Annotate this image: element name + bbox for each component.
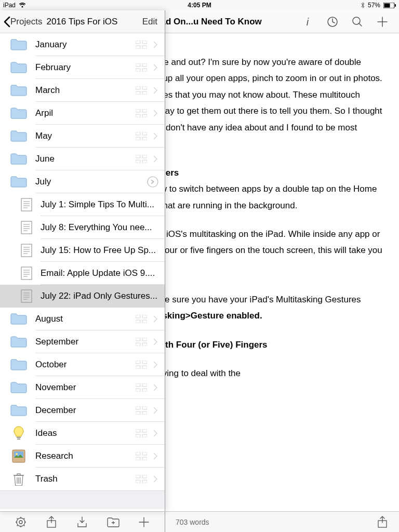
svg-rect-65 — [136, 452, 140, 455]
folder-row[interactable]: June — [0, 148, 165, 170]
chevron-right-icon — [153, 41, 158, 48]
svg-rect-34 — [21, 267, 32, 280]
svg-rect-45 — [142, 361, 147, 364]
back-label[interactable]: Projects — [10, 17, 42, 27]
research-row[interactable]: Research — [0, 445, 165, 468]
folder-row[interactable]: August — [0, 308, 165, 330]
grid-icon — [136, 452, 147, 460]
folder-icon — [10, 153, 27, 165]
svg-rect-72 — [142, 480, 147, 483]
add-icon[interactable] — [376, 16, 389, 28]
document-row[interactable]: July 22: iPad Only Gestures... — [0, 285, 165, 308]
document-icon — [21, 289, 32, 303]
history-icon[interactable] — [326, 16, 339, 28]
svg-rect-23 — [142, 132, 147, 135]
svg-rect-44 — [136, 361, 140, 364]
folder-row[interactable]: January — [0, 33, 165, 56]
new-document-icon[interactable] — [138, 516, 150, 528]
document-row[interactable]: July 1: Simple Tips To Multi... — [0, 193, 165, 216]
chevron-right-icon — [153, 110, 158, 117]
folder-row[interactable]: May — [0, 125, 165, 148]
lightbulb-icon — [10, 426, 27, 441]
grid-icon — [136, 383, 147, 392]
chevron-right-icon — [153, 132, 158, 140]
svg-rect-14 — [136, 86, 140, 89]
svg-rect-47 — [142, 366, 147, 369]
svg-rect-11 — [142, 63, 147, 66]
svg-rect-9 — [142, 46, 147, 49]
svg-rect-51 — [142, 389, 147, 392]
svg-rect-69 — [136, 475, 140, 478]
folder-row-july[interactable]: July — [0, 170, 165, 193]
grid-icon — [136, 155, 147, 163]
search-icon[interactable] — [351, 16, 364, 28]
folder-icon — [10, 381, 27, 394]
settings-icon[interactable] — [15, 516, 27, 528]
folder-row[interactable]: December — [0, 399, 165, 422]
svg-rect-58 — [136, 429, 140, 432]
svg-rect-37 — [142, 315, 147, 318]
svg-rect-31 — [21, 198, 32, 211]
edit-button[interactable]: Edit — [142, 17, 161, 27]
trash-row[interactable]: Trash — [0, 468, 165, 490]
folder-row[interactable]: September — [0, 330, 165, 353]
folder-row[interactable]: Arpil — [0, 102, 165, 125]
svg-rect-49 — [142, 383, 147, 387]
svg-rect-10 — [136, 63, 140, 66]
new-folder-icon[interactable] — [107, 516, 119, 528]
research-label: Research — [35, 451, 136, 461]
svg-rect-41 — [142, 338, 147, 341]
document-icon — [21, 198, 32, 211]
grid-icon — [136, 315, 147, 323]
svg-rect-38 — [136, 320, 140, 323]
folder-icon — [10, 313, 27, 325]
document-row[interactable]: July 15: How to Free Up Sp... — [0, 239, 165, 262]
folder-row[interactable]: March — [0, 79, 165, 102]
folder-label: Arpil — [35, 108, 136, 118]
svg-rect-36 — [136, 315, 140, 318]
document-icon — [21, 244, 32, 257]
import-icon[interactable] — [76, 516, 88, 528]
chevron-right-icon — [153, 155, 158, 163]
svg-rect-55 — [142, 411, 147, 415]
sidebar-list[interactable]: January February March Arpil May — [0, 33, 165, 511]
research-icon — [10, 449, 27, 463]
svg-rect-54 — [136, 411, 140, 415]
export-icon[interactable] — [376, 516, 389, 528]
folder-row[interactable]: October — [0, 353, 165, 376]
folder-icon — [10, 336, 27, 348]
svg-rect-25 — [142, 137, 147, 140]
svg-rect-40 — [136, 338, 140, 341]
info-icon[interactable]: i — [301, 16, 314, 28]
svg-rect-29 — [142, 160, 147, 163]
chevron-right-icon — [153, 315, 158, 323]
svg-rect-7 — [142, 41, 147, 44]
document-label: July 22: iPad Only Gestures... — [41, 291, 165, 301]
svg-point-74 — [19, 521, 22, 524]
folder-icon — [10, 107, 27, 119]
ideas-row[interactable]: Ideas — [0, 422, 165, 445]
folder-row[interactable]: February — [0, 56, 165, 79]
trash-icon — [10, 472, 27, 486]
chevron-right-icon — [153, 430, 158, 437]
grid-icon — [136, 429, 147, 437]
share-icon[interactable] — [45, 516, 58, 528]
status-bar: iPad 4:05 PM 57% — [0, 0, 399, 10]
document-row[interactable]: July 8: Everything You nee... — [0, 216, 165, 239]
grid-icon — [136, 63, 147, 72]
folder-label: July — [35, 177, 147, 187]
grid-icon — [136, 41, 147, 49]
svg-text:i: i — [307, 16, 309, 28]
document-row[interactable]: Email: Apple Update iOS 9.... — [0, 262, 165, 285]
svg-rect-42 — [136, 343, 140, 346]
folder-row[interactable]: November — [0, 376, 165, 399]
svg-rect-71 — [136, 480, 140, 483]
svg-rect-22 — [136, 132, 140, 135]
chevron-right-icon — [153, 64, 158, 71]
folder-label: May — [35, 131, 136, 141]
folder-label: June — [35, 154, 136, 164]
svg-rect-12 — [136, 69, 140, 72]
svg-rect-53 — [142, 406, 147, 409]
chevron-down-circle-icon[interactable] — [147, 176, 158, 188]
svg-rect-26 — [136, 155, 140, 158]
